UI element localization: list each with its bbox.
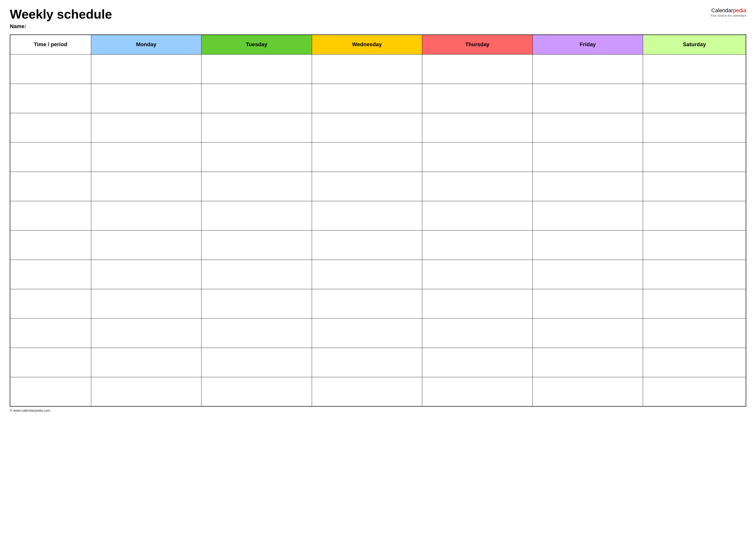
table-cell[interactable] <box>312 142 422 172</box>
table-cell[interactable] <box>312 260 422 289</box>
table-cell[interactable] <box>202 377 312 406</box>
table-cell[interactable] <box>202 230 312 260</box>
table-cell[interactable] <box>91 113 202 142</box>
table-cell[interactable] <box>91 230 202 260</box>
table-cell[interactable] <box>10 142 91 172</box>
table-cell[interactable] <box>202 348 312 377</box>
table-cell[interactable] <box>312 348 422 377</box>
table-cell[interactable] <box>422 289 533 318</box>
table-cell[interactable] <box>643 172 746 201</box>
table-cell[interactable] <box>643 377 746 406</box>
schedule-table: Time / period Monday Tuesday Wednesday T… <box>10 35 746 406</box>
table-cell[interactable] <box>10 289 91 318</box>
table-cell[interactable] <box>10 172 91 201</box>
table-cell[interactable] <box>533 260 643 289</box>
table-cell[interactable] <box>202 201 312 230</box>
table-cell[interactable] <box>533 289 643 318</box>
table-cell[interactable] <box>202 113 312 142</box>
logo-calendar: Calendar <box>711 7 733 13</box>
table-cell[interactable] <box>91 348 202 377</box>
table-cell[interactable] <box>10 318 91 348</box>
table-cell[interactable] <box>10 113 91 142</box>
table-cell[interactable] <box>10 84 91 113</box>
table-cell[interactable] <box>91 377 202 406</box>
table-cell[interactable] <box>10 54 91 84</box>
col-header-friday: Friday <box>533 35 643 54</box>
table-cell[interactable] <box>533 230 643 260</box>
table-cell[interactable] <box>643 54 746 84</box>
table-cell[interactable] <box>91 318 202 348</box>
table-cell[interactable] <box>312 172 422 201</box>
table-cell[interactable] <box>422 230 533 260</box>
table-cell[interactable] <box>533 377 643 406</box>
table-cell[interactable] <box>422 260 533 289</box>
logo-text: Calendarpedia <box>711 7 746 14</box>
table-cell[interactable] <box>643 142 746 172</box>
table-cell[interactable] <box>202 318 312 348</box>
table-cell[interactable] <box>643 201 746 230</box>
table-cell[interactable] <box>312 54 422 84</box>
table-cell[interactable] <box>533 113 643 142</box>
table-cell[interactable] <box>533 142 643 172</box>
table-cell[interactable] <box>533 201 643 230</box>
table-cell[interactable] <box>91 201 202 230</box>
table-cell[interactable] <box>202 54 312 84</box>
table-cell[interactable] <box>312 230 422 260</box>
table-cell[interactable] <box>533 84 643 113</box>
col-header-monday: Monday <box>91 35 202 54</box>
logo-tagline: Your source for calendars <box>710 14 746 17</box>
page-title: Weekly schedule <box>10 7 112 21</box>
table-cell[interactable] <box>202 84 312 113</box>
table-cell[interactable] <box>643 230 746 260</box>
table-cell[interactable] <box>533 172 643 201</box>
table-cell[interactable] <box>10 348 91 377</box>
col-header-thursday: Thursday <box>422 35 533 54</box>
table-cell[interactable] <box>312 377 422 406</box>
table-cell[interactable] <box>10 260 91 289</box>
table-row <box>10 172 746 201</box>
footer-url: © www.calendarpedia.com <box>10 408 50 412</box>
table-row <box>10 318 746 348</box>
table-cell[interactable] <box>10 377 91 406</box>
table-cell[interactable] <box>202 142 312 172</box>
table-cell[interactable] <box>91 142 202 172</box>
table-cell[interactable] <box>10 201 91 230</box>
table-cell[interactable] <box>91 260 202 289</box>
table-cell[interactable] <box>202 172 312 201</box>
table-cell[interactable] <box>643 113 746 142</box>
table-cell[interactable] <box>533 348 643 377</box>
table-row <box>10 230 746 260</box>
table-cell[interactable] <box>312 289 422 318</box>
table-cell[interactable] <box>422 318 533 348</box>
table-header-row: Time / period Monday Tuesday Wednesday T… <box>10 35 746 54</box>
table-cell[interactable] <box>422 377 533 406</box>
table-cell[interactable] <box>422 54 533 84</box>
table-cell[interactable] <box>422 113 533 142</box>
table-cell[interactable] <box>643 84 746 113</box>
table-cell[interactable] <box>533 54 643 84</box>
table-cell[interactable] <box>312 318 422 348</box>
table-cell[interactable] <box>202 289 312 318</box>
table-cell[interactable] <box>312 201 422 230</box>
table-cell[interactable] <box>312 113 422 142</box>
table-cell[interactable] <box>202 260 312 289</box>
table-cell[interactable] <box>643 348 746 377</box>
table-cell[interactable] <box>91 84 202 113</box>
table-cell[interactable] <box>10 230 91 260</box>
table-cell[interactable] <box>643 260 746 289</box>
logo-pedia: pedia <box>733 7 746 13</box>
table-cell[interactable] <box>643 318 746 348</box>
table-cell[interactable] <box>533 318 643 348</box>
table-cell[interactable] <box>422 348 533 377</box>
table-row <box>10 113 746 142</box>
table-cell[interactable] <box>422 84 533 113</box>
table-cell[interactable] <box>91 54 202 84</box>
table-cell[interactable] <box>422 142 533 172</box>
table-cell[interactable] <box>312 84 422 113</box>
table-cell[interactable] <box>643 289 746 318</box>
table-cell[interactable] <box>422 172 533 201</box>
table-row <box>10 289 746 318</box>
table-cell[interactable] <box>422 201 533 230</box>
table-cell[interactable] <box>91 172 202 201</box>
table-cell[interactable] <box>91 289 202 318</box>
